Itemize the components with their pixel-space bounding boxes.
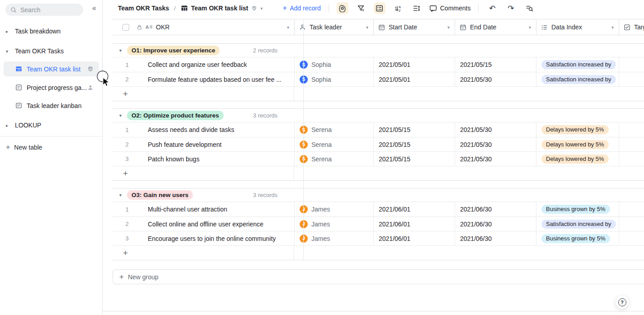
sidebar-item-task-leader-kanban[interactable]: Task leader kanban: [4, 98, 99, 113]
target-cell[interactable]: [619, 202, 644, 216]
start-date-cell[interactable]: 2021/06/01: [373, 202, 455, 216]
data-index-cell[interactable]: Delays lowered by 5%: [536, 122, 619, 137]
end-date-cell[interactable]: 2021/06/30: [455, 217, 536, 231]
target-cell[interactable]: [619, 152, 644, 166]
data-index-cell[interactable]: Delays lowered by 5%: [536, 152, 619, 166]
start-date-cell[interactable]: 2021/05/15: [373, 122, 455, 137]
end-date-cell[interactable]: 2021/05/15: [455, 57, 536, 72]
search-box[interactable]: [5, 4, 83, 16]
start-date-cell[interactable]: 2021/06/01: [373, 217, 455, 231]
group-header[interactable]: ▾ O2: Optimize product features 3 record…: [113, 109, 644, 122]
target-cell[interactable]: [619, 137, 644, 151]
end-date-cell[interactable]: 2021/06/30: [455, 231, 536, 245]
table-row[interactable]: 3Encourage users to join the online comm…: [113, 231, 644, 245]
column-header-okr[interactable]: A OKR ▾: [113, 19, 294, 35]
breadcrumb-root[interactable]: Team OKR Tasks: [118, 5, 169, 12]
column-header-task-leader[interactable]: Task leader ▾: [294, 19, 373, 35]
task-cell[interactable]: Encourage users to join the online commu…: [148, 235, 276, 242]
task-cell[interactable]: Formulate feature updates based on user …: [148, 76, 282, 83]
row-height-button[interactable]: [411, 2, 423, 14]
leader-cell[interactable]: SSerena: [294, 137, 373, 151]
sidebar-item-team-okr-tasks[interactable]: ▾ Team OKR Tasks: [0, 47, 103, 56]
select-all-checkbox[interactable]: [122, 24, 129, 31]
target-cell[interactable]: [619, 57, 644, 72]
leader-cell[interactable]: SSerena: [294, 152, 373, 166]
data-index-cell[interactable]: Satisfaction increased by: [536, 57, 619, 72]
new-table-button[interactable]: + New table: [0, 142, 103, 152]
sidebar-item-lookup[interactable]: ▸ LOOKUP: [0, 121, 103, 130]
table-row[interactable]: 1Multi-channel user attraction JJames 20…: [113, 202, 644, 216]
add-record-row-button[interactable]: +: [113, 246, 294, 260]
redo-button[interactable]: ↷: [505, 2, 517, 14]
end-date-cell[interactable]: 2021/06/30: [455, 202, 536, 216]
table-row[interactable]: 2Formulate feature updates based on user…: [113, 72, 644, 86]
start-date-cell[interactable]: 2021/06/01: [373, 231, 455, 245]
data-index-cell[interactable]: Business grown by 5%: [536, 202, 619, 216]
table-row[interactable]: 1Collect and organize user feedback SSop…: [113, 57, 644, 72]
table-row[interactable]: 3Patch known bugs SSerena 2021/05/15 202…: [113, 151, 644, 166]
chevron-down-icon[interactable]: ▾: [366, 25, 368, 30]
chevron-down-icon[interactable]: ▾: [6, 49, 10, 54]
target-cell[interactable]: [619, 217, 644, 231]
end-date-cell[interactable]: 2021/05/30: [455, 72, 536, 86]
group-header[interactable]: ▾ O1: Improve user experience 2 records: [113, 44, 644, 57]
chevron-down-icon[interactable]: ▾: [611, 25, 614, 30]
search-records-button[interactable]: [523, 2, 535, 14]
target-cell[interactable]: [619, 72, 644, 86]
table-row[interactable]: 2Push feature development SSerena 2021/0…: [113, 137, 644, 151]
chevron-right-icon[interactable]: ▸: [6, 123, 10, 128]
start-date-cell[interactable]: 2021/05/15: [373, 152, 455, 166]
start-date-cell[interactable]: 2021/05/01: [373, 72, 455, 86]
task-cell[interactable]: Assess needs and divide tasks: [148, 126, 234, 133]
comments-button[interactable]: Comments: [429, 5, 471, 12]
filter-button[interactable]: [355, 2, 367, 14]
breadcrumb-current-table[interactable]: Team OKR task list ▾: [181, 5, 263, 12]
column-header-end-date[interactable]: End Date ▾: [455, 19, 536, 35]
leader-cell[interactable]: JJames: [294, 202, 373, 216]
leader-cell[interactable]: SSophia: [294, 72, 373, 86]
target-cell[interactable]: [619, 122, 644, 137]
leader-cell[interactable]: SSerena: [294, 122, 373, 137]
data-index-cell[interactable]: Delays lowered by 5%: [536, 137, 619, 151]
task-cell[interactable]: Multi-channel user attraction: [148, 206, 227, 213]
group-header[interactable]: ▾ O3: Gain new users 3 records: [113, 188, 644, 202]
task-cell[interactable]: Collect and organize user feedback: [148, 61, 247, 68]
search-input[interactable]: [20, 6, 70, 14]
table-row[interactable]: 1Assess needs and divide tasks SSerena 2…: [113, 122, 644, 137]
table-row[interactable]: 2Collect online and offline user experie…: [113, 216, 644, 231]
task-cell[interactable]: Collect online and offline user experien…: [148, 221, 263, 228]
add-record-button[interactable]: + Add record: [282, 4, 320, 13]
new-group-button[interactable]: + New group: [113, 269, 644, 284]
chevron-down-icon[interactable]: ▾: [529, 25, 531, 30]
sort-button[interactable]: 1AZ: [392, 2, 404, 14]
sidebar-item-task-breakdown[interactable]: ▸ Task breakdown: [0, 27, 103, 36]
group-view-button[interactable]: [374, 2, 385, 14]
chevron-right-icon[interactable]: ▸: [6, 29, 10, 34]
sidebar-item-project-progress[interactable]: Project progress ga...: [4, 80, 99, 95]
settings-gear-button[interactable]: [337, 2, 348, 14]
undo-button[interactable]: ↶: [486, 2, 498, 14]
column-header-start-date[interactable]: Start Date ▾: [373, 19, 455, 35]
chevron-down-icon[interactable]: ▾: [447, 25, 450, 30]
column-header-target[interactable]: Targ: [619, 19, 644, 35]
leader-cell[interactable]: JJames: [294, 217, 373, 231]
add-record-row-button[interactable]: +: [113, 87, 294, 101]
end-date-cell[interactable]: 2021/05/30: [455, 137, 536, 151]
leader-cell[interactable]: SSophia: [294, 57, 373, 72]
data-index-cell[interactable]: Business grown by 5%: [536, 231, 619, 245]
chevron-down-icon[interactable]: ▾: [287, 25, 289, 30]
leader-cell[interactable]: JJames: [294, 231, 373, 245]
target-cell[interactable]: [619, 231, 644, 245]
add-record-row-button[interactable]: +: [113, 166, 294, 180]
data-index-cell[interactable]: Satisfaction increased by: [536, 217, 619, 231]
task-cell[interactable]: Push feature development: [148, 141, 221, 148]
end-date-cell[interactable]: 2021/05/30: [455, 122, 536, 137]
end-date-cell[interactable]: 2021/05/30: [455, 152, 536, 166]
help-button[interactable]: ?: [616, 296, 629, 309]
sidebar-item-team-okr-task-list[interactable]: Team OKR task list: [4, 61, 99, 76]
chevron-down-icon[interactable]: ▾: [260, 6, 263, 11]
start-date-cell[interactable]: 2021/05/15: [373, 137, 455, 151]
task-cell[interactable]: Patch known bugs: [148, 155, 199, 163]
start-date-cell[interactable]: 2021/05/01: [373, 57, 455, 72]
data-index-cell[interactable]: Satisfaction increased by: [536, 72, 619, 86]
